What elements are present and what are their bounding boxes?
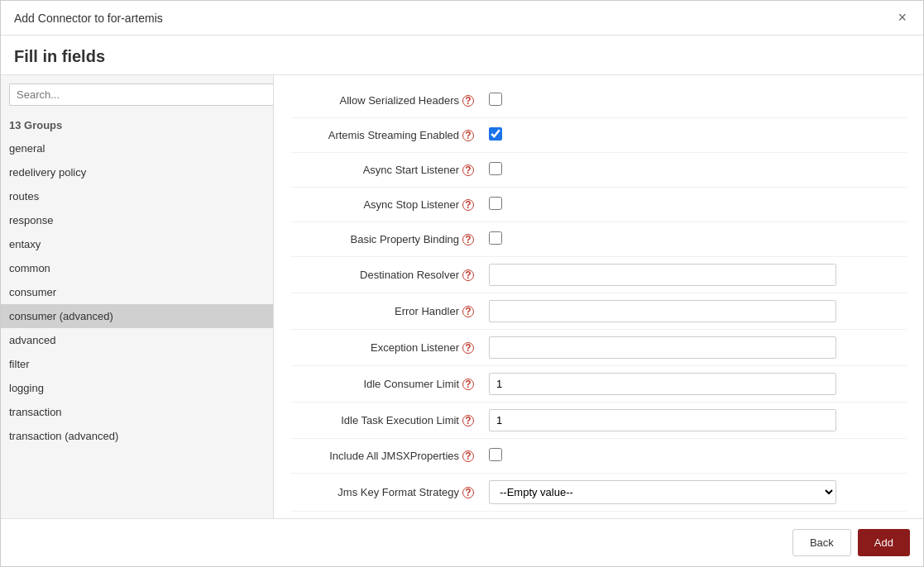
input-idle-consumer-limit[interactable] [489, 373, 836, 395]
help-icon-basic-property-binding[interactable]: ? [462, 234, 474, 245]
form-control-basic-property-binding [481, 231, 907, 247]
checkbox-artemis-streaming-enabled[interactable] [489, 127, 502, 141]
form-label-async-stop-listener: Async Stop Listener? [290, 198, 481, 211]
label-text-jms-key-format-strategy: Jms Key Format Strategy [338, 486, 459, 498]
form-row-jms-key-format-strategy: Jms Key Format Strategy?--Empty value-- [290, 474, 907, 512]
content-area: 13 Groups generalredelivery policyroutes… [1, 75, 923, 518]
help-icon-destination-resolver[interactable]: ? [462, 269, 474, 281]
label-text-exception-listener: Exception Listener [371, 341, 459, 354]
help-icon-error-handler[interactable]: ? [462, 306, 474, 317]
modal-body: Fill in fields 13 Groups generalredelive… [1, 36, 923, 518]
form-label-artemis-streaming-enabled: Artemis Streaming Enabled? [290, 129, 481, 141]
sidebar-item-filter[interactable]: filter [1, 352, 273, 376]
label-text-idle-consumer-limit: Idle Consumer Limit [363, 378, 459, 390]
checkbox-async-stop-listener[interactable] [489, 197, 502, 210]
sidebar-item-transaction-advanced[interactable]: transaction (advanced) [1, 424, 273, 448]
checkbox-basic-property-binding[interactable] [489, 231, 502, 245]
checkbox-async-start-listener[interactable] [489, 162, 502, 175]
form-label-destination-resolver: Destination Resolver? [290, 269, 481, 281]
form-label-idle-task-execution-limit: Idle Task Execution Limit? [290, 414, 481, 426]
label-text-idle-task-execution-limit: Idle Task Execution Limit [341, 414, 459, 426]
sidebar-item-consumer-advanced[interactable]: consumer (advanced) [1, 304, 273, 328]
form-label-idle-consumer-limit: Idle Consumer Limit? [290, 378, 481, 390]
form-label-async-start-listener: Async Start Listener? [290, 164, 481, 176]
sidebar-item-logging[interactable]: logging [1, 376, 273, 400]
label-text-artemis-streaming-enabled: Artemis Streaming Enabled [328, 129, 459, 141]
form-row-async-start-listener: Async Start Listener? [290, 153, 907, 188]
sidebar-item-response[interactable]: response [1, 208, 273, 232]
form-label-jms-key-format-strategy: Jms Key Format Strategy? [290, 486, 481, 498]
form-row-error-handler: Error Handler? [290, 293, 907, 330]
form-label-exception-listener: Exception Listener? [290, 341, 481, 354]
close-button[interactable]: × [894, 9, 910, 26]
select-jms-key-format-strategy[interactable]: --Empty value-- [489, 480, 836, 504]
add-button[interactable]: Add [858, 529, 910, 556]
form-control-allow-serialized-headers [481, 93, 907, 108]
sidebar-item-routes[interactable]: routes [1, 184, 273, 208]
modal-title: Add Connector to for-artemis [14, 12, 163, 25]
sidebar: 13 Groups generalredelivery policyroutes… [1, 75, 274, 518]
label-text-async-start-listener: Async Start Listener [363, 164, 459, 176]
back-button[interactable]: Back [792, 529, 851, 556]
label-text-error-handler: Error Handler [395, 305, 459, 317]
label-text-basic-property-binding: Basic Property Binding [350, 233, 459, 245]
help-icon-allow-serialized-headers[interactable]: ? [462, 95, 474, 107]
form-row-idle-consumer-limit: Idle Consumer Limit? [290, 366, 907, 403]
help-icon-async-start-listener[interactable]: ? [462, 164, 474, 176]
form-control-destination-resolver [481, 264, 907, 286]
help-icon-exception-listener[interactable]: ? [462, 342, 474, 354]
label-text-destination-resolver: Destination Resolver [360, 269, 459, 281]
input-exception-listener[interactable] [489, 336, 836, 359]
form-control-artemis-streaming-enabled [481, 127, 907, 143]
sidebar-item-redelivery-policy[interactable]: redelivery policy [1, 160, 273, 184]
checkbox-allow-serialized-headers[interactable] [489, 93, 502, 106]
input-error-handler[interactable] [489, 300, 836, 322]
input-idle-task-execution-limit[interactable] [489, 409, 836, 431]
help-icon-idle-consumer-limit[interactable]: ? [462, 379, 474, 390]
form-control-idle-consumer-limit [481, 373, 907, 395]
page-title: Fill in fields [1, 36, 923, 75]
form-control-jms-key-format-strategy: --Empty value-- [481, 480, 907, 504]
form-row-async-stop-listener: Async Stop Listener? [290, 188, 907, 222]
sidebar-item-entaxy[interactable]: entaxy [1, 232, 273, 256]
help-icon-include-all-jmsx-properties[interactable]: ? [462, 450, 474, 462]
label-text-async-stop-listener: Async Stop Listener [363, 198, 459, 211]
form-label-include-all-jmsx-properties: Include All JMSXProperties? [290, 450, 481, 462]
form-row-destination-resolver: Destination Resolver? [290, 257, 907, 293]
form-row-include-all-jmsx-properties: Include All JMSXProperties? [290, 439, 907, 474]
form-control-idle-task-execution-limit [481, 409, 907, 431]
modal-container: Add Connector to for-artemis × Fill in f… [0, 0, 924, 567]
main-content: Allow Serialized Headers?Artemis Streami… [274, 75, 923, 518]
form-control-async-start-listener [481, 162, 907, 178]
sidebar-item-common[interactable]: common [1, 256, 273, 280]
form-row-idle-task-execution-limit: Idle Task Execution Limit? [290, 403, 907, 439]
sidebar-item-transaction[interactable]: transaction [1, 400, 273, 424]
input-destination-resolver[interactable] [489, 264, 836, 286]
form-label-error-handler: Error Handler? [290, 305, 481, 317]
form-row-basic-property-binding: Basic Property Binding? [290, 222, 907, 257]
form-control-include-all-jmsx-properties [481, 448, 907, 464]
help-icon-jms-key-format-strategy[interactable]: ? [462, 487, 474, 498]
help-icon-idle-task-execution-limit[interactable]: ? [462, 415, 474, 426]
groups-label: 13 Groups [1, 114, 273, 136]
form-control-error-handler [481, 300, 907, 322]
sidebar-item-general[interactable]: general [1, 136, 273, 160]
label-text-include-all-jmsx-properties: Include All JMSXProperties [329, 450, 459, 462]
search-input[interactable] [9, 83, 274, 106]
help-icon-artemis-streaming-enabled[interactable]: ? [462, 130, 474, 141]
sidebar-item-advanced[interactable]: advanced [1, 328, 273, 352]
checkbox-include-all-jmsx-properties[interactable] [489, 448, 502, 461]
label-text-allow-serialized-headers: Allow Serialized Headers [339, 94, 459, 107]
sidebar-list: generalredelivery policyroutesresponseen… [1, 136, 273, 518]
form-label-basic-property-binding: Basic Property Binding? [290, 233, 481, 245]
form-row-map-jms-message: Map Jms Message? [290, 512, 907, 518]
form-control-exception-listener [481, 336, 907, 359]
form-label-allow-serialized-headers: Allow Serialized Headers? [290, 94, 481, 107]
sidebar-item-consumer[interactable]: consumer [1, 280, 273, 304]
modal-footer: Back Add [1, 518, 923, 566]
form-row-artemis-streaming-enabled: Artemis Streaming Enabled? [290, 118, 907, 153]
form-row-allow-serialized-headers: Allow Serialized Headers? [290, 83, 907, 118]
modal-header: Add Connector to for-artemis × [1, 1, 923, 36]
form-row-exception-listener: Exception Listener? [290, 330, 907, 366]
help-icon-async-stop-listener[interactable]: ? [462, 199, 474, 211]
